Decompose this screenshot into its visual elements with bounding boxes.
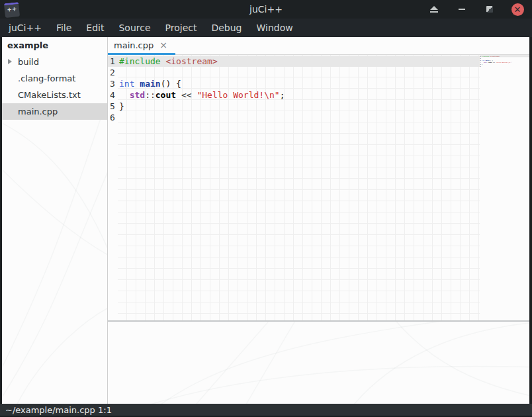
eject-icon [430, 6, 438, 13]
source-view[interactable]: 1#include <iostream>23int main() {4 std:… [108, 55, 480, 320]
line-text [482, 65, 482, 67]
line-number: 1 [108, 56, 117, 67]
code-line: 2 [108, 67, 480, 78]
line-text: #include <iostream> [117, 56, 218, 67]
menu-item-source[interactable]: Source [111, 19, 157, 37]
line-text: std::cout << "Hello World!\n"; [482, 61, 512, 63]
tree-item--clang-format[interactable]: .clang-format [2, 70, 107, 87]
main-column: main.cpp × 1#include <iostream>23int mai… [108, 37, 529, 404]
expander-icon[interactable] [8, 59, 12, 64]
line-text: #include <iostream> [482, 55, 500, 57]
file-tree: example build.clang-formatCMakeLists.txt… [2, 37, 107, 120]
content: example build.clang-formatCMakeLists.txt… [2, 37, 529, 404]
tree-item-main-cpp[interactable]: main.cpp [2, 103, 107, 120]
menu-item-project[interactable]: Project [158, 19, 204, 37]
code-line: 4 std::cout << "Hello World!\n"; [108, 89, 480, 101]
code-line: 5} [108, 101, 480, 112]
code-lines: 1#include <iostream>23int main() {4 std:… [108, 55, 480, 123]
minimize-icon [459, 9, 465, 10]
background-texture [108, 322, 529, 404]
tree-item-label: .clang-format [18, 73, 75, 83]
tree-item-label: main.cpp [18, 107, 58, 116]
tab-label: main.cpp [114, 40, 154, 50]
tabbar: main.cpp × [108, 37, 529, 55]
tree-item-build[interactable]: build [2, 54, 107, 70]
minimap-content: 1#include <iostream>23int main() {4 std:… [480, 55, 529, 68]
tree-item-label: build [18, 57, 39, 67]
line-number: 5 [108, 101, 117, 112]
line-text: } [117, 101, 124, 112]
minimize-button[interactable] [453, 1, 471, 17]
close-button[interactable]: ✕ [508, 1, 527, 17]
line-text [117, 67, 119, 78]
menu-item-window[interactable]: Window [249, 19, 300, 37]
line-text: std::cout << "Hello World!\n"; [117, 89, 285, 101]
restore-button[interactable] [480, 1, 499, 17]
tree-item-label: CMakeLists.txt [18, 90, 81, 100]
menu-item-file[interactable]: File [49, 19, 79, 37]
window-controls: ✕ [425, 0, 527, 19]
line-text: int main() { [117, 78, 181, 89]
tree-item-cmakelists-txt[interactable]: CMakeLists.txt [2, 87, 107, 103]
window-body: example build.clang-formatCMakeLists.txt… [0, 37, 532, 404]
titlebar[interactable]: ++ juCi++ ✕ [0, 0, 532, 19]
status-file-position: ~/example/main.cpp 1:1 [5, 405, 112, 415]
menu-item-edit[interactable]: Edit [79, 19, 111, 37]
terminal-pane[interactable] [108, 322, 529, 404]
line-number: 6 [108, 112, 117, 123]
tab-close-icon[interactable]: × [159, 40, 167, 50]
tree-root-example[interactable]: example [2, 37, 107, 54]
shade-button[interactable] [425, 1, 443, 17]
code-line: 6 [480, 65, 529, 67]
code-line: 6 [108, 112, 480, 123]
line-text [117, 112, 119, 123]
restore-icon [486, 6, 493, 13]
code-line: 1#include <iostream> [108, 56, 480, 67]
juci-window: ++ juCi++ ✕ juCi++FileEditSourceProjectD… [0, 0, 532, 417]
statusbar: ~/example/main.cpp 1:1 [0, 404, 532, 417]
line-number: 4 [108, 89, 117, 101]
menu-item-debug[interactable]: Debug [204, 19, 249, 37]
editor: 1#include <iostream>23int main() {4 std:… [108, 55, 529, 320]
line-number: 3 [108, 78, 117, 89]
close-icon: ✕ [511, 3, 524, 16]
minimap[interactable]: 1#include <iostream>23int main() {4 std:… [480, 55, 529, 320]
code-line: 3int main() { [108, 78, 480, 89]
menu-item-juci[interactable]: juCi++ [1, 19, 49, 37]
menubar: juCi++FileEditSourceProjectDebugWindow [0, 19, 532, 37]
tab-main-cpp[interactable]: main.cpp × [108, 37, 175, 55]
file-tree-panel: example build.clang-formatCMakeLists.txt… [2, 37, 108, 404]
line-number: 2 [108, 67, 117, 78]
